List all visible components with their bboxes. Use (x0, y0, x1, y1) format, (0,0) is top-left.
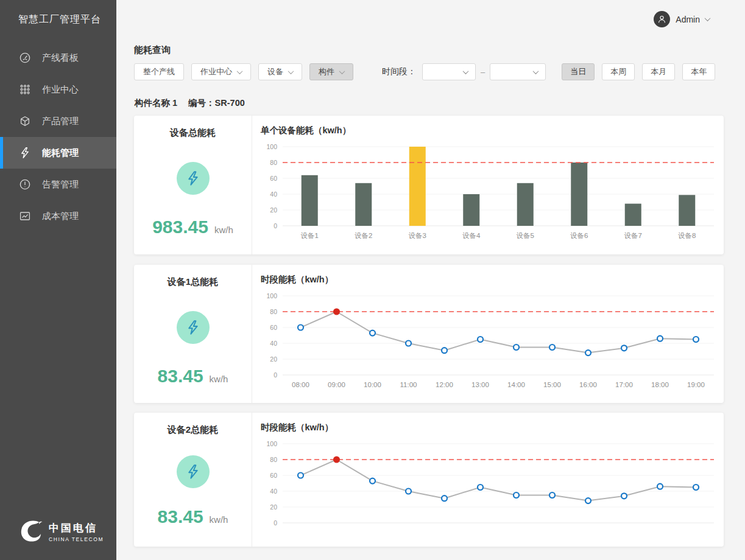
avatar (654, 11, 670, 27)
stat-value: 83.45 kw/h (158, 366, 228, 387)
svg-text:设备5: 设备5 (517, 232, 534, 239)
period-this-week-button[interactable]: 本周 (602, 63, 635, 80)
svg-text:20: 20 (270, 503, 277, 511)
stat-value: 83.45 kw/h (158, 506, 228, 527)
energy-bolt-icon (177, 311, 210, 344)
svg-text:20: 20 (270, 355, 277, 363)
svg-text:设备2: 设备2 (355, 232, 372, 239)
alert-icon (18, 178, 32, 191)
svg-text:15:00: 15:00 (543, 381, 561, 388)
sidebar-item-label: 产线看板 (42, 52, 79, 64)
component-code: 编号：SR-700 (188, 97, 245, 109)
sidebar-menu: 产线看板 作业中心 产品管理 能耗管理 告警管理 (0, 42, 116, 232)
svg-text:80: 80 (270, 308, 277, 315)
svg-text:60: 60 (270, 472, 277, 479)
svg-text:10:00: 10:00 (364, 381, 381, 388)
sidebar-item-label: 能耗管理 (42, 147, 79, 159)
sidebar-item-label: 成本管理 (42, 211, 79, 222)
filter-whole-line-button[interactable]: 整个产线 (134, 63, 184, 80)
time-range-label: 时间段： (382, 66, 416, 77)
svg-text:19:00: 19:00 (687, 381, 705, 388)
grid-dots-icon (18, 83, 32, 96)
sidebar-item-cost-management[interactable]: 成本管理 (0, 200, 116, 232)
svg-text:60: 60 (270, 324, 277, 331)
china-telecom-logo: 中国电信 CHINA TELECOM (18, 519, 104, 544)
period-label: 本年 (691, 66, 707, 77)
sidebar-item-work-center[interactable]: 作业中心 (0, 74, 116, 105)
chart-title: 时段能耗（kw/h） (261, 422, 719, 433)
sidebar-item-energy-management[interactable]: 能耗管理 (0, 137, 116, 169)
sidebar-item-alarm-management[interactable]: 告警管理 (0, 169, 116, 200)
time-range-end-select[interactable] (490, 63, 546, 80)
svg-text:0: 0 (274, 371, 277, 379)
sidebar-item-production-board[interactable]: 产线看板 (0, 42, 116, 74)
svg-text:14:00: 14:00 (507, 381, 525, 388)
svg-text:09:00: 09:00 (328, 381, 345, 388)
sidebar-item-product-management[interactable]: 产品管理 (0, 105, 116, 137)
stat-number: 83.45 (158, 506, 203, 527)
period-label: 本月 (651, 66, 666, 77)
chevron-down-icon (237, 68, 243, 74)
stat-number: 983.45 (152, 217, 208, 237)
svg-text:设备4: 设备4 (462, 232, 481, 239)
svg-text:60: 60 (270, 175, 277, 182)
filter-device-dropdown[interactable]: 设备 (258, 63, 302, 80)
stat-value: 983.45 kw/h (152, 217, 233, 237)
app-title: 智慧工厂管理平台 (0, 0, 116, 26)
period-button-group: 当日 本周 本月 本年 (562, 63, 722, 80)
svg-text:18:00: 18:00 (651, 381, 669, 388)
svg-text:100: 100 (266, 143, 277, 150)
period-label: 当日 (570, 66, 586, 77)
stat-title: 设备1总能耗 (168, 276, 218, 288)
svg-text:设备7: 设备7 (624, 232, 642, 239)
device1-hourly-line-chart: 02040608010008:0009:0010:0011:0012:0013:… (261, 290, 719, 394)
svg-text:13:00: 13:00 (471, 381, 489, 388)
svg-text:100: 100 (266, 440, 277, 447)
gauge-icon (18, 51, 32, 65)
stat-panel: 设备2总能耗 83.45 kw/h (134, 413, 252, 547)
filter-label: 构件 (319, 66, 334, 77)
sidebar: 智慧工厂管理平台 产线看板 作业中心 产品管理 能耗管理 (0, 0, 116, 560)
user-menu[interactable]: Admin (654, 11, 710, 27)
chevron-down-icon (463, 68, 469, 74)
svg-text:08:00: 08:00 (292, 381, 309, 388)
cube-icon (18, 114, 32, 128)
svg-text:0: 0 (274, 222, 277, 229)
page-title: 能耗查询 (134, 44, 171, 56)
bolt-icon (18, 146, 32, 159)
time-range-start-select[interactable] (422, 63, 476, 80)
svg-text:17:00: 17:00 (615, 381, 633, 388)
chevron-down-icon (288, 68, 294, 74)
filter-component-dropdown[interactable]: 构件 (309, 63, 353, 80)
filter-label: 整个产线 (143, 66, 175, 77)
device-energy-bar-chart: 020406080100设备1设备2设备3设备4设备5设备6设备7设备8 (261, 141, 719, 245)
user-name: Admin (676, 15, 700, 24)
svg-text:设备3: 设备3 (409, 232, 426, 239)
chevron-down-icon (533, 68, 539, 74)
svg-text:40: 40 (270, 340, 277, 347)
device2-energy-card: 设备2总能耗 83.45 kw/h 时段能耗（kw/h） 02040608010… (134, 413, 724, 547)
sidebar-item-label: 作业中心 (42, 84, 79, 96)
stat-unit: kw/h (210, 514, 228, 525)
svg-text:100: 100 (266, 292, 277, 299)
chart-panel: 单个设备能耗（kw/h） 020406080100设备1设备2设备3设备4设备5… (252, 116, 724, 254)
svg-text:20: 20 (270, 206, 277, 214)
period-this-month-button[interactable]: 本月 (642, 63, 675, 80)
device2-hourly-line-chart: 020406080100 (261, 438, 719, 531)
filter-work-center-dropdown[interactable]: 作业中心 (191, 63, 251, 80)
stat-unit: kw/h (214, 225, 233, 235)
sidebar-item-label: 产品管理 (42, 116, 79, 127)
period-today-button[interactable]: 当日 (562, 63, 595, 80)
svg-text:16:00: 16:00 (579, 381, 597, 388)
svg-text:80: 80 (270, 159, 277, 166)
china-telecom-en: CHINA TELECOM (49, 536, 104, 542)
chart-panel: 时段能耗（kw/h） 02040608010008:0009:0010:0011… (252, 265, 724, 403)
svg-text:80: 80 (270, 456, 277, 463)
stat-panel: 设备1总能耗 83.45 kw/h (134, 265, 252, 403)
energy-bolt-icon (177, 455, 210, 488)
period-this-year-button[interactable]: 本年 (682, 63, 715, 80)
device1-energy-card: 设备1总能耗 83.45 kw/h 时段能耗（kw/h） 02040608010… (134, 265, 724, 403)
china-telecom-logo-icon (18, 519, 44, 544)
stat-unit: kw/h (210, 374, 228, 384)
svg-text:11:00: 11:00 (400, 381, 417, 388)
